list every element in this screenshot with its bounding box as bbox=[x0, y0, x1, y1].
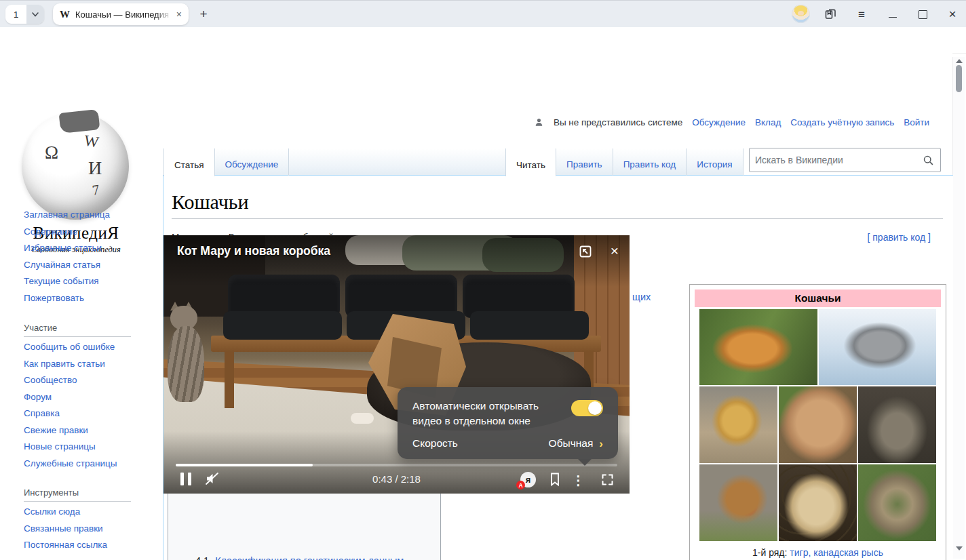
personal-links: ОбсуждениеВкладСоздать учётную записьВой… bbox=[692, 117, 929, 127]
article-title: Кошачьи bbox=[172, 191, 943, 219]
globe-glyph: 7 bbox=[91, 181, 100, 199]
sidebar-link[interactable]: Служебные страницы bbox=[24, 456, 117, 473]
tab-count-value[interactable]: 1 bbox=[5, 5, 26, 24]
video-title: Кот Мару и новая коробка bbox=[177, 244, 330, 258]
sidebar-link[interactable]: Заглавная страница bbox=[24, 207, 110, 224]
wikipedia-favicon: W bbox=[60, 9, 70, 20]
video-bookmark-icon[interactable] bbox=[548, 472, 562, 487]
page-scrollbar[interactable] bbox=[952, 57, 965, 559]
search-input[interactable] bbox=[750, 155, 923, 165]
video-close-icon[interactable]: × bbox=[611, 244, 619, 258]
taxobox-captions: 1-й ряд: тигр, канадская рысь 2-й ряд: с… bbox=[695, 545, 941, 560]
personal-link[interactable]: Войти bbox=[904, 117, 929, 127]
puma-photo[interactable] bbox=[779, 386, 857, 463]
auto-open-toggle[interactable] bbox=[571, 400, 603, 416]
sidebar-link[interactable]: Сообщество bbox=[24, 372, 117, 389]
video-top-gradient bbox=[163, 235, 630, 287]
taxobox-image-row bbox=[699, 309, 936, 385]
globe-glyph: И bbox=[88, 157, 102, 179]
video-settings-popup: Автоматически открывать видео в отдельно… bbox=[398, 387, 618, 459]
wiki-tab[interactable]: Статья bbox=[163, 148, 215, 176]
exit-pip-icon[interactable] bbox=[578, 244, 593, 259]
caption-link[interactable]: канадская рысь bbox=[813, 547, 883, 558]
scrollbar-up-arrow[interactable] bbox=[956, 59, 963, 63]
fishing-cat-photo[interactable] bbox=[858, 386, 936, 463]
sidebar-link[interactable]: Связанные правки bbox=[24, 521, 107, 538]
tiger-photo[interactable] bbox=[699, 309, 817, 385]
search-icon[interactable] bbox=[923, 155, 934, 166]
video-progress-bar[interactable] bbox=[176, 464, 617, 466]
sidebar-link[interactable]: Форум bbox=[24, 389, 117, 406]
sofa-leg bbox=[225, 351, 234, 408]
namespace-tabs: СтатьяОбсуждение bbox=[163, 148, 289, 176]
toc-number: 4.1 bbox=[195, 555, 209, 560]
view-tabs: ЧитатьПравитьПравить кодИстория bbox=[505, 148, 743, 176]
toc-link[interactable]: Классификация по генетическим данным bbox=[215, 555, 404, 560]
sidebar-link[interactable]: Ссылки сюда bbox=[24, 504, 107, 521]
side-panel-icon[interactable] bbox=[824, 7, 837, 21]
new-tab-button[interactable]: + bbox=[195, 6, 212, 22]
browser-tab-strip: 1 W Кошачьи — Википедия × + ≡ × bbox=[0, 0, 966, 28]
tab-close-icon[interactable]: × bbox=[176, 9, 182, 20]
caption-link[interactable]: тигр, bbox=[790, 547, 811, 558]
fullscreen-icon[interactable] bbox=[600, 473, 615, 487]
serval-photo[interactable] bbox=[699, 386, 777, 463]
toc-item: 4.1Классификация по генетическим данным bbox=[168, 551, 440, 560]
scrollbar-down-arrow[interactable] bbox=[956, 546, 963, 551]
sidebar-link[interactable]: Постоянная ссылка bbox=[24, 537, 107, 554]
video-progress-fill bbox=[176, 464, 313, 466]
sidebar-link[interactable]: Свежие правки bbox=[24, 422, 117, 439]
sidebar-participation-header: Участие bbox=[24, 323, 131, 337]
sidebar-link[interactable]: Пожертвовать bbox=[24, 290, 110, 307]
sidebar-link[interactable]: Как править статьи bbox=[24, 356, 117, 373]
sidebar-participation: Сообщить об ошибкеКак править статьиСооб… bbox=[24, 339, 117, 472]
sidebar-link[interactable]: Содержание bbox=[24, 224, 110, 241]
translate-icon[interactable]: я A bbox=[520, 472, 536, 487]
globe-puzzle-notch bbox=[59, 109, 100, 134]
sidebar-link[interactable]: Сообщить об ошибке bbox=[24, 339, 117, 356]
browser-menu-icon[interactable]: ≡ bbox=[855, 7, 868, 21]
temminck-golden-cat-photo[interactable] bbox=[699, 464, 777, 541]
tabby-cat bbox=[165, 300, 207, 402]
profile-avatar-alice[interactable] bbox=[792, 5, 810, 23]
caption-label: 1-й ряд: bbox=[752, 547, 790, 558]
wiki-tab[interactable]: Читать bbox=[505, 148, 556, 176]
wiki-tab[interactable]: Обсуждение bbox=[215, 148, 290, 176]
scrollbar-thumb[interactable] bbox=[956, 65, 962, 92]
tab-list-chevron-icon[interactable] bbox=[26, 5, 44, 24]
ocelot-photo[interactable] bbox=[779, 464, 857, 541]
video-more-icon[interactable]: ⋮ bbox=[572, 473, 585, 488]
speed-chevron-icon: › bbox=[599, 438, 603, 449]
close-window-button[interactable]: × bbox=[946, 7, 959, 21]
speed-setting[interactable]: Обычная › bbox=[549, 437, 603, 449]
tab-counter[interactable]: 1 bbox=[5, 5, 44, 24]
wiki-search-box[interactable] bbox=[749, 148, 941, 172]
taxobox-caption-row: 1-й ряд: тигр, канадская рысь bbox=[695, 545, 941, 560]
wiki-tab[interactable]: Править bbox=[556, 148, 613, 176]
minimize-button[interactable] bbox=[886, 7, 900, 21]
taxobox-image-grid bbox=[699, 309, 936, 541]
european-wildcat-photo[interactable] bbox=[858, 464, 936, 541]
personal-link[interactable]: Обсуждение bbox=[692, 117, 746, 127]
cat-paw bbox=[351, 413, 374, 424]
wikipedia-globe-logo[interactable]: ΩWИ7 bbox=[22, 113, 129, 220]
wiki-tab[interactable]: История bbox=[687, 148, 743, 176]
edit-code-link[interactable]: [ править код ] bbox=[868, 232, 931, 243]
maximize-button[interactable] bbox=[916, 7, 929, 21]
sidebar-link[interactable]: Текущие события bbox=[24, 273, 110, 290]
sidebar-link[interactable]: Справка bbox=[24, 405, 117, 422]
sidebar-link[interactable]: Новые страницы bbox=[24, 439, 117, 456]
sidebar-link[interactable]: Избранные статьи bbox=[24, 240, 110, 257]
globe-glyph: W bbox=[83, 132, 100, 151]
browser-tab-title: Кошачьи — Википедия bbox=[75, 9, 174, 20]
sidebar-link[interactable]: Случайная статья bbox=[24, 257, 110, 274]
translate-glyph: я bbox=[526, 475, 531, 485]
taxobox: Кошачьи 1-й ряд: тигр, канадская рысь 2-… bbox=[689, 284, 946, 560]
browser-tab[interactable]: W Кошачьи — Википедия × bbox=[53, 3, 189, 25]
sofa-seat bbox=[223, 311, 342, 340]
personal-link[interactable]: Вклад bbox=[755, 117, 781, 127]
canada-lynx-photo[interactable] bbox=[819, 309, 937, 385]
personal-link[interactable]: Создать учётную запись bbox=[790, 117, 894, 127]
wiki-tab[interactable]: Править код bbox=[613, 148, 687, 176]
article-text-fragment[interactable]: щих bbox=[632, 292, 651, 302]
